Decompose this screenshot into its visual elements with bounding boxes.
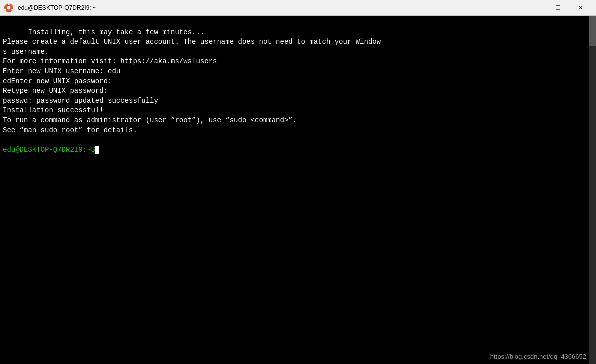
scrollbar[interactable] [589, 16, 596, 364]
terminal-prompt: edu@DESKTOP-Q7DR2I9:~$ [3, 146, 95, 154]
terminal-line-1: Installing, this may take a few minutes.… [3, 28, 381, 134]
scrollbar-thumb[interactable] [589, 16, 596, 46]
minimize-button[interactable]: — [523, 0, 546, 16]
ubuntu-icon [4, 3, 14, 13]
close-button[interactable]: ✕ [569, 0, 592, 16]
svg-point-1 [7, 6, 11, 9]
cursor [95, 146, 99, 154]
title-bar: edu@DESKTOP-Q7DR2I9: ~ — ☐ ✕ [0, 0, 596, 16]
terminal-body[interactable]: Installing, this may take a few minutes.… [0, 16, 596, 364]
svg-point-3 [11, 9, 13, 11]
maximize-button[interactable]: ☐ [546, 0, 569, 16]
svg-point-4 [4, 9, 6, 11]
watermark: https://blog.csdn.net/qq_4366652 [490, 353, 586, 360]
terminal-output: Installing, this may take a few minutes.… [3, 18, 593, 165]
window-title: edu@DESKTOP-Q7DR2I9: ~ [18, 4, 523, 11]
window-controls: — ☐ ✕ [523, 0, 592, 16]
terminal-window: edu@DESKTOP-Q7DR2I9: ~ — ☐ ✕ Installing,… [0, 0, 596, 364]
svg-point-2 [8, 3, 10, 5]
